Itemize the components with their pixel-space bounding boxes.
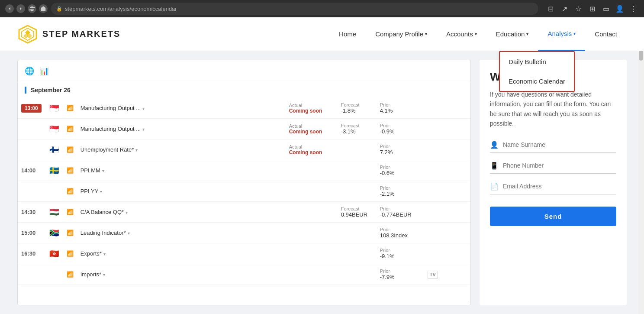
email-icon: 📄 [490,182,499,191]
event-name: Manufacturing Output ... [80,105,141,111]
flag-cell: 🇭🇰 [45,243,63,264]
event-chevron: ▾ [128,231,130,236]
nav-contact[interactable]: Contact [585,17,627,51]
prior-label: Prior [380,206,421,211]
impact-cell: 📶 [63,223,77,243]
url-display: stepmarkets.com/analysis/economiccalenda… [65,6,177,12]
nav-analysis[interactable]: Analysis ▾ [538,17,585,51]
send-button[interactable]: Send [490,207,616,226]
event-cell[interactable]: Exports*▾ [77,243,286,264]
tradingview-logo: TV [424,264,470,285]
forecast-cell: Forecast-1.8% [338,98,377,119]
email-input[interactable] [503,183,616,190]
prior-value: -0.6% [380,170,421,176]
flag-cell: 🇸🇬 [45,98,63,119]
prior-cell: Prior-7.9% [377,264,424,285]
event-chevron: ▾ [100,189,102,194]
table-row: 🇸🇬📶Manufacturing Output ...▾ActualComing… [18,119,470,139]
reload-button[interactable] [28,4,36,13]
flag-cell: 🇸🇬 [45,119,63,139]
nav-company-profile[interactable]: Company Profile ▾ [366,17,437,51]
company-profile-chevron: ▾ [425,32,427,36]
logo-text: STEP MARKETS [42,29,120,39]
time-cell: 14:30 [18,202,45,223]
time-cell: 16:30 [18,243,45,264]
date-label: September 26 [25,87,464,94]
share-icon[interactable]: ↗ [559,5,570,13]
actual-cell: ActualComing soon [286,119,338,139]
chart-icon[interactable]: 📊 [39,66,49,76]
calendar-table: 13:00🇸🇬📶Manufacturing Output ...▾ActualC… [18,98,470,285]
event-cell[interactable]: Unemployment Rate*▾ [77,139,286,160]
prior-label: Prior [380,269,421,274]
nav-education[interactable]: Education ▾ [486,17,538,51]
name-input[interactable] [503,141,616,148]
impact-icon: 📶 [67,146,74,153]
nav-accounts[interactable]: Accounts ▾ [437,17,486,51]
forecast-cell: Forecast-3.1% [338,119,377,139]
forward-button[interactable] [16,4,25,13]
analysis-chevron: ▾ [573,31,576,36]
forecast-label: Forecast [341,123,373,128]
prior-value: -0.774BEUR [380,211,421,218]
prior-label: Prior [380,102,421,107]
event-cell[interactable]: Manufacturing Output ...▾ [77,119,286,139]
flag-icon: 🇸🇬 [48,103,60,114]
event-name: Exports* [80,250,102,257]
time-cell [18,119,45,139]
dropdown-daily-bulletin[interactable]: Daily Bulletin [500,52,574,71]
event-cell[interactable]: C/A Balance QQ*▾ [77,202,286,223]
actual-cell [286,202,338,223]
dropdown-economic-calendar[interactable]: Economic Calendar [500,71,574,91]
impact-icon: 📶 [67,126,74,132]
event-cell[interactable]: Leading Indicator*▾ [77,223,286,243]
event-name: Manufacturing Output ... [80,126,141,132]
prior-value: -9.1% [380,253,421,259]
nav-home[interactable]: Home [329,17,366,51]
menu-icon[interactable]: ⋮ [628,5,639,13]
impact-icon: 📶 [67,105,74,111]
event-cell[interactable]: PPI MM▾ [77,160,286,181]
impact-cell: 📶 [63,181,77,202]
forecast-cell [338,160,377,181]
top-navigation: STEP MARKETS Home Company Profile ▾ Acco… [0,17,644,51]
impact-cell: 📶 [63,264,77,285]
actual-value: Coming soon [289,129,334,135]
email-field-container: 📄 [490,182,616,194]
home-button[interactable] [39,4,48,13]
call-you-panel: WE CALL YOU If you have questions or wan… [480,60,627,305]
time-cell [18,264,45,285]
impact-icon: 📶 [67,188,74,194]
event-name: PPI YY [80,188,99,194]
logo-icon [17,24,38,45]
profile-icon[interactable]: 👤 [615,5,625,13]
globe-icon[interactable]: 🌐 [25,66,34,76]
prior-value: 7.2% [380,149,421,155]
actual-cell [286,264,338,285]
back-button[interactable] [5,4,14,13]
impact-cell: 📶 [63,119,77,139]
actual-cell [286,181,338,202]
extensions-icon[interactable]: ⊞ [587,5,597,13]
site-logo[interactable]: STEP MARKETS [17,24,120,45]
event-cell[interactable]: Manufacturing Output ...▾ [77,98,286,119]
event-cell[interactable]: PPI YY▾ [77,181,286,202]
event-cell[interactable]: Imports*▾ [77,264,286,285]
actual-cell [286,243,338,264]
phone-input[interactable] [503,162,616,169]
impact-icon: 📶 [67,230,74,236]
prior-cell: Prior7.2% [377,139,424,160]
prior-label: Prior [380,248,421,253]
forecast-value: 0.94BEUR [341,211,373,218]
actual-value: Coming soon [289,149,334,155]
actual-label: Actual [289,123,334,129]
call-you-description: If you have questions or want detailed i… [490,90,616,129]
bookmark-icon[interactable]: ☆ [573,5,583,13]
browser-nav-controls[interactable] [5,4,48,13]
event-chevron: ▾ [142,127,145,132]
address-bar[interactable]: 🔒 stepmarkets.com/analysis/economiccalen… [51,3,538,15]
cast-icon[interactable]: ⊟ [545,5,556,13]
prior-label: Prior [380,123,421,128]
impact-icon: 📶 [67,209,74,215]
tab-icon[interactable]: ▭ [601,5,611,13]
